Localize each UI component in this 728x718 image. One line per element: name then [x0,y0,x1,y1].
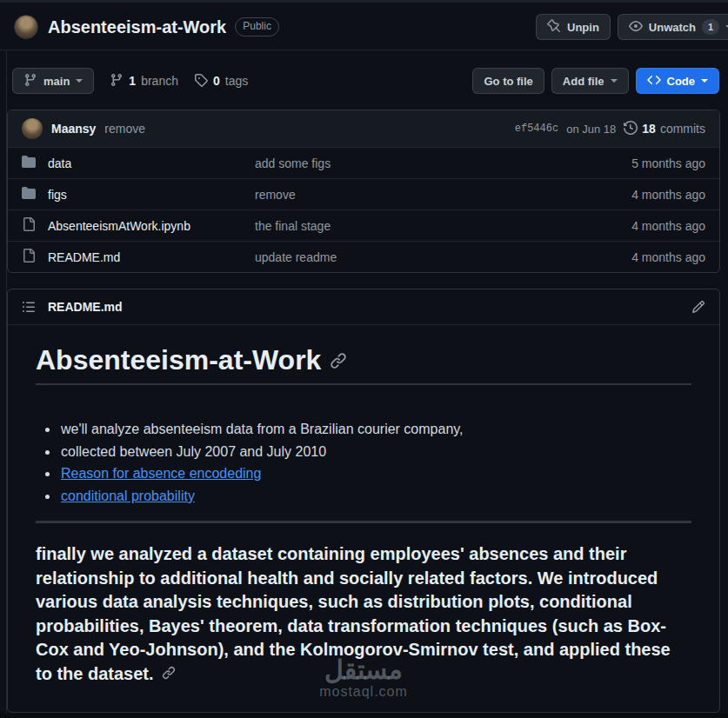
git-branch-icon [23,73,37,90]
divider [36,521,691,523]
watch-count-badge: 1 [702,19,719,35]
readme-header: README.md [8,289,719,325]
tags-count: 0 [213,74,220,88]
file-age: 4 months ago [594,250,705,264]
readme-heading-text: Absenteeism-at-Work [36,344,321,376]
visibility-badge: Public [235,17,279,37]
divider [36,383,691,385]
commit-message[interactable]: remove [104,122,145,136]
code-button[interactable]: Code [636,68,720,94]
eye-icon [629,19,643,36]
git-branch-icon [110,73,124,90]
outline-icon[interactable] [22,300,36,314]
unpin-label: Unpin [567,21,599,34]
file-name[interactable]: AbsenteeismAtWork.ipynb [48,219,243,233]
pencil-icon[interactable] [691,300,705,314]
watermark-domain-text: mostaql.com [319,684,408,700]
branches-link[interactable]: 1 branch [110,73,178,90]
table-row[interactable]: data add some figs 5 months ago [8,147,719,178]
tag-icon [194,73,208,90]
commit-history-link[interactable]: 18 commits [624,121,705,137]
file-name[interactable]: figs [48,188,243,202]
repo-header: Absenteeism-at-Work Public Unpin Unwatch… [0,3,728,50]
tags-link[interactable]: 0 tags [194,73,248,90]
list-item: Reason for absence encodeding [59,462,691,485]
readme-tab-title[interactable]: README.md [48,300,123,314]
pin-icon [547,19,561,36]
reason-for-absence-link[interactable]: Reason for absence encodeding [61,466,261,481]
code-icon [647,73,661,90]
branches-count: 1 [129,74,136,88]
commit-sha[interactable]: ef5446c [515,123,558,135]
latest-commit-bar: Maansy remove ef5446c on Jun 18 18 commi… [8,110,719,147]
file-tree-box: Maansy remove ef5446c on Jun 18 18 commi… [7,110,720,273]
readme-summary-text: finally we analyzed a dataset containing… [36,544,671,683]
file-commit-message[interactable]: update readme [255,250,582,264]
unwatch-label: Unwatch [649,21,696,34]
file-age: 4 months ago [594,219,705,233]
folder-icon [22,155,36,171]
readme-heading: Absenteeism-at-Work [36,344,691,376]
add-file-button[interactable]: Add file [551,68,629,94]
list-item: conditional probability [59,485,691,508]
repo-actions: Unpin Unwatch 1 [536,14,728,40]
conditional-probability-link[interactable]: conditional probability [61,489,195,503]
unpin-button[interactable]: Unpin [536,14,611,40]
repo-owner-avatar[interactable] [14,15,38,39]
table-row[interactable]: figs remove 4 months ago [8,178,719,209]
go-to-file-button[interactable]: Go to file [472,68,544,94]
unwatch-button[interactable]: Unwatch 1 [618,14,728,40]
commit-meta: ef5446c on Jun 18 18 commits [515,121,705,137]
file-commit-message[interactable]: remove [255,188,582,202]
code-label: Code [667,75,696,88]
readme-box: README.md Absenteeism-at-Work we'll anal… [7,289,720,713]
file-commit-message[interactable]: add some figs [255,156,582,170]
branch-selector-button[interactable]: main [12,68,94,94]
content-left-border [6,50,7,718]
readme-summary: finally we analyzed a dataset containing… [36,542,691,686]
commit-author-avatar[interactable] [22,118,43,139]
file-icon [22,249,36,265]
commit-date: on Jun 18 [566,123,616,136]
current-branch-label: main [43,75,70,88]
file-name[interactable]: data [48,156,243,170]
repo-title[interactable]: Absenteeism-at-Work [48,17,226,37]
commit-author[interactable]: Maansy [51,122,96,136]
link-icon[interactable] [330,344,347,376]
chevron-down-icon [701,79,708,86]
readme-bullet-list: we'll analyze absenteeism data from a Br… [36,418,691,507]
tags-label: tags [225,74,248,88]
table-row[interactable]: README.md update readme 4 months ago [8,241,719,272]
table-row[interactable]: AbsenteeismAtWork.ipynb the final stage … [8,209,719,241]
folder-icon [22,186,36,203]
commits-count: 18 [642,122,656,136]
link-icon[interactable] [158,664,176,683]
file-commit-message[interactable]: the final stage [255,219,582,233]
file-age: 4 months ago [594,188,705,202]
toolbar-left: main 1 branch 0 tags [12,68,248,94]
add-file-label: Add file [563,75,604,88]
toolbar-right: Go to file Add file Code [472,68,719,94]
list-item: we'll analyze absenteeism data from a Br… [59,418,691,441]
commits-label: commits [660,122,705,136]
chevron-down-icon [611,79,618,86]
readme-content: Absenteeism-at-Work we'll analyze absent… [8,325,719,712]
history-icon [624,121,638,137]
repo-toolbar: main 1 branch 0 tags Go to file Add file… [0,50,728,94]
file-age: 5 months ago [594,156,705,170]
file-name[interactable]: README.md [48,250,243,264]
branches-label: branch [141,74,178,88]
list-item: collected between July 2007 and July 201… [59,441,691,463]
file-icon [22,217,36,234]
chevron-down-icon [76,79,83,86]
page-bottom-edge [0,714,728,718]
